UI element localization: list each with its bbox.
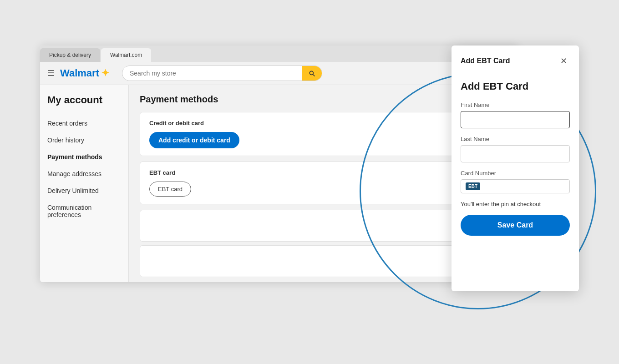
sidebar: My account Recent orders Order history P…: [40, 85, 129, 282]
search-icon: [308, 70, 315, 77]
add-ebt-panel: Add EBT Card ✕ Add EBT Card First Name L…: [452, 46, 579, 291]
search-input[interactable]: [122, 66, 302, 81]
card-number-label: Card Number: [461, 170, 570, 177]
panel-body-title: Add EBT Card: [461, 81, 570, 92]
search-button[interactable]: [302, 66, 322, 81]
sidebar-title: My account: [47, 94, 121, 106]
browser-window: Pickup & delivery Walmart.com ☰ Walmart✦: [40, 46, 518, 282]
card-input-wrapper: EBT: [461, 179, 570, 193]
browser-tabs: Pickup & delivery Walmart.com: [40, 46, 518, 62]
save-card-button[interactable]: Save Card: [461, 215, 570, 236]
close-icon: ✕: [560, 56, 567, 66]
card-number-group: Card Number EBT: [461, 170, 570, 193]
panel-header-title: Add EBT Card: [461, 57, 510, 65]
walmart-logo-text: Walmart: [60, 67, 99, 79]
panel-header: Add EBT Card ✕: [461, 55, 570, 73]
browser-toolbar: ☰ Walmart✦: [40, 62, 518, 85]
add-credit-card-button[interactable]: Add credit or debit card: [149, 132, 239, 148]
walmart-logo: Walmart✦: [60, 67, 109, 79]
sidebar-item-delivery-unlimited[interactable]: Delivery Unlimited: [47, 182, 121, 199]
sidebar-item-payment-methods[interactable]: Payment methods: [47, 149, 121, 166]
ebt-badge: EBT: [466, 182, 480, 190]
last-name-label: Last Name: [461, 136, 570, 142]
search-bar: [122, 66, 322, 81]
ebt-card-button[interactable]: EBT card: [149, 182, 191, 197]
walmart-spark-icon: ✦: [101, 67, 109, 79]
first-name-input[interactable]: [461, 111, 570, 128]
payment-methods-link[interactable]: payment methods: [173, 281, 220, 282]
close-panel-button[interactable]: ✕: [557, 55, 570, 67]
last-name-group: Last Name: [461, 136, 570, 162]
first-name-group: First Name: [461, 101, 570, 128]
page-wrapper: Pickup & delivery Walmart.com ☰ Walmart✦: [0, 0, 619, 364]
hamburger-icon[interactable]: ☰: [47, 68, 55, 78]
last-name-input[interactable]: [461, 145, 570, 162]
ebt-section-label: EBT card: [149, 169, 497, 176]
pin-notice: You'll enter the pin at checkout: [461, 201, 570, 207]
tab-walmart[interactable]: Walmart.com: [101, 48, 151, 62]
sidebar-item-manage-addresses[interactable]: Manage addresses: [47, 166, 121, 182]
card-number-input[interactable]: [484, 183, 565, 190]
sidebar-item-order-history[interactable]: Order history: [47, 132, 121, 149]
main-content: My account Recent orders Order history P…: [40, 85, 518, 282]
first-name-label: First Name: [461, 101, 570, 108]
sidebar-item-recent-orders[interactable]: Recent orders: [47, 115, 121, 132]
tab-pickup-delivery[interactable]: Pickup & delivery: [40, 48, 100, 62]
sidebar-item-communication-prefs[interactable]: Communication preferences: [47, 199, 121, 223]
credit-section-label: Credit or debit card: [149, 120, 497, 126]
